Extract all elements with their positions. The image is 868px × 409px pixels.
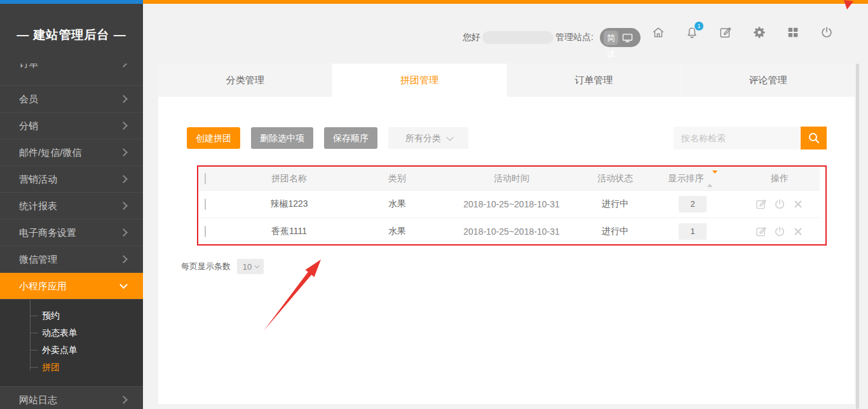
- create-groupbuy-button[interactable]: 创建拼团: [187, 127, 240, 149]
- vertical-scrollbar[interactable]: [856, 64, 859, 409]
- search-bar: [674, 127, 827, 149]
- power-toggle-icon[interactable]: [773, 198, 786, 211]
- sidebar-subitem-takeout-order[interactable]: 外卖点单: [0, 342, 143, 359]
- sidebar-subitem-reservation[interactable]: 预约: [0, 307, 143, 324]
- sort-order-input[interactable]: 2: [679, 196, 707, 212]
- delete-x-icon[interactable]: [792, 225, 804, 238]
- tab-comment-management[interactable]: 评论管理: [681, 64, 855, 97]
- compose-edit-icon[interactable]: [719, 25, 733, 39]
- sidebar-item-label: 网站日志: [19, 394, 57, 405]
- chevron-right-icon: [119, 396, 128, 404]
- lang-secondary-text: 体: [607, 49, 616, 60]
- chevron-right-icon: [119, 202, 128, 210]
- delete-x-icon[interactable]: [792, 198, 804, 211]
- sidebar-subitem-label: 预约: [42, 310, 60, 321]
- search-input[interactable]: [674, 127, 801, 149]
- chevron-right-icon: [119, 64, 128, 67]
- home-icon[interactable]: [651, 25, 665, 39]
- sidebar-item-order-clipped[interactable]: 订单: [0, 64, 143, 86]
- chevron-right-icon: [119, 121, 128, 130]
- sidebar-subitem-label: 拼团: [42, 362, 60, 372]
- power-toggle-icon[interactable]: [773, 225, 786, 238]
- select-all-checkbox[interactable]: [205, 173, 206, 184]
- lang-simplified-chip[interactable]: 简: [604, 31, 618, 45]
- tab-category-management[interactable]: 分类管理: [158, 64, 332, 97]
- row-checkbox[interactable]: [205, 198, 206, 210]
- sidebar-item-wechat-management[interactable]: 微信管理: [0, 246, 143, 273]
- sort-carets-icon[interactable]: [707, 174, 717, 184]
- cell-time: 2018-10-25~2018-10-31: [438, 226, 585, 237]
- per-page-value: 10: [243, 262, 252, 272]
- sidebar-item-mail-sms-wechat[interactable]: 邮件/短信/微信: [0, 139, 143, 166]
- chevron-down-icon: [446, 134, 453, 141]
- apps-grid-icon[interactable]: [786, 25, 800, 39]
- sidebar-subitem-dynamic-form[interactable]: 动态表单: [0, 324, 143, 342]
- th-category: 类别: [356, 173, 438, 184]
- save-order-button[interactable]: 保存顺序: [324, 127, 377, 149]
- cell-category: 水果: [356, 198, 438, 210]
- settings-gear-icon[interactable]: [752, 25, 766, 39]
- sidebar-item-ecommerce-settings[interactable]: 电子商务设置: [0, 219, 143, 246]
- table-row: 香蕉1111 水果 2018-10-25~2018-10-31 进行中 1: [198, 218, 820, 245]
- sidebar-subitem-label: 动态表单: [42, 328, 78, 338]
- username-redacted: [482, 31, 553, 44]
- sidebar-item-label: 邮件/短信/微信: [19, 147, 81, 158]
- tab-bar: 分类管理 拼团管理 订单管理 评论管理: [158, 64, 855, 97]
- search-button[interactable]: [801, 127, 827, 149]
- pagination: 每页显示条数 10: [181, 259, 264, 274]
- language-site-pill[interactable]: 简: [600, 28, 641, 47]
- per-page-dropdown[interactable]: 10: [237, 259, 264, 274]
- cell-status: 进行中: [585, 198, 646, 210]
- search-icon: [808, 132, 820, 144]
- delete-selected-button[interactable]: 删除选中项: [251, 127, 313, 149]
- sidebar-nav: 会员 分销 邮件/短信/微信 营销活动 统计报表 电子商务设置 微信管理 小程序…: [0, 86, 143, 409]
- chevron-right-icon: [119, 95, 128, 103]
- cell-name: 香蕉1111: [222, 226, 356, 237]
- topbar-user-cluster: 您好 管理站点: 简 体: [463, 28, 641, 47]
- category-filter-dropdown[interactable]: 所有分类: [388, 127, 468, 149]
- table-header-row: 拼团名称 类别 活动时间 活动状态 显示排序 操作: [198, 167, 820, 190]
- sidebar-item-stats-report[interactable]: 统计报表: [0, 193, 143, 219]
- top-strip-orange: [143, 0, 868, 4]
- notification-badge: 1: [695, 22, 703, 31]
- th-name: 拼团名称: [222, 173, 356, 184]
- sidebar-item-member[interactable]: 会员: [0, 86, 143, 113]
- monitor-icon: [622, 33, 633, 43]
- edit-icon[interactable]: [755, 198, 768, 211]
- sidebar-item-mini-program-app[interactable]: 小程序应用: [0, 273, 143, 300]
- category-filter-label: 所有分类: [405, 133, 441, 143]
- tab-groupbuy-management[interactable]: 拼团管理: [332, 64, 506, 97]
- toolbar: 创建拼团 删除选中项 保存顺序 所有分类: [187, 127, 468, 149]
- chevron-right-icon: [119, 228, 128, 237]
- sidebar-subitem-group-buy[interactable]: 拼团: [0, 359, 143, 376]
- chevron-down-icon: [119, 281, 128, 289]
- cell-time: 2018-10-25~2018-10-31: [438, 199, 585, 209]
- edit-icon[interactable]: [755, 225, 768, 238]
- power-logout-icon[interactable]: [820, 25, 834, 39]
- th-sort[interactable]: 显示排序: [646, 173, 740, 184]
- sidebar-subitem-label: 外卖点单: [42, 345, 78, 355]
- row-checkbox[interactable]: [205, 226, 206, 237]
- th-sort-label: 显示排序: [668, 173, 704, 183]
- sidebar-item-marketing[interactable]: 营销活动: [0, 166, 143, 193]
- sidebar-item-label: 统计报表: [19, 200, 57, 211]
- cell-status: 进行中: [585, 226, 646, 237]
- th-actions: 操作: [740, 173, 820, 184]
- sidebar-item-site-log[interactable]: 网站日志: [0, 387, 143, 409]
- sidebar-item-label: 订单: [19, 64, 38, 69]
- chevron-right-icon: [119, 175, 128, 183]
- th-time: 活动时间: [438, 173, 585, 184]
- notifications-bell-icon[interactable]: 1: [685, 25, 699, 39]
- sidebar-item-label: 分销: [19, 120, 38, 131]
- sidebar-item-distribution[interactable]: 分销: [0, 113, 143, 139]
- greeting-text: 您好: [463, 32, 480, 43]
- th-status: 活动状态: [585, 173, 646, 184]
- cell-category: 水果: [356, 226, 438, 237]
- sidebar-submenu: 预约 动态表单 外卖点单 拼团: [0, 300, 143, 387]
- sort-order-input[interactable]: 1: [679, 223, 707, 240]
- app-title: — 建站管理后台 —: [0, 27, 143, 43]
- sidebar-item-label: 营销活动: [19, 174, 57, 184]
- chevron-down-icon: [254, 263, 259, 268]
- tab-order-management[interactable]: 订单管理: [506, 64, 681, 97]
- screen: — 建站管理后台 — 订单 会员 分销 邮件/短信/微信 营销活动 统计报表 电…: [0, 0, 868, 409]
